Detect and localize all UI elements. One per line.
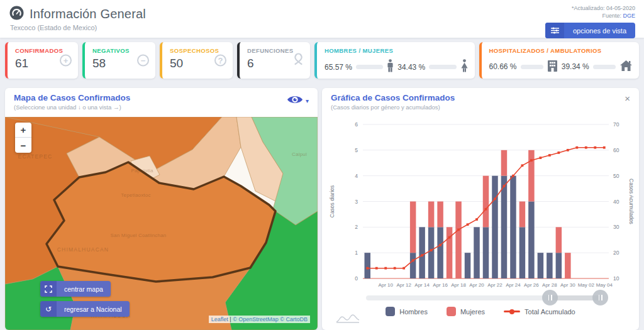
eye-icon [287, 94, 303, 107]
data-zoom-slider[interactable] [366, 295, 602, 300]
svg-text:Apr 30: Apr 30 [560, 282, 575, 288]
leaflet-link[interactable]: Leaflet [211, 316, 228, 322]
map-label: ECATEPEC [18, 153, 53, 160]
chart-subtitle: (Casos diarios por género y acumulados) [331, 104, 630, 111]
map-label: San Miguel Coatlinchan [111, 233, 167, 238]
page-title: Información General [30, 7, 146, 21]
osm-link[interactable]: © OpenStreetMap [233, 316, 279, 322]
map-label: Papalotla [131, 168, 153, 173]
slider-handle-right[interactable] [592, 290, 608, 305]
male-icon [387, 59, 394, 75]
map-label: Calpul [292, 151, 307, 157]
question-circle-icon: ? [214, 55, 226, 67]
card-sospechosos: SOSPECHOSOS 50 ? [160, 42, 233, 79]
hombres-pct: 65.57 % [325, 63, 352, 72]
updated-text: *Actualizado: 04-05-2020 [545, 4, 635, 12]
svg-text:Apr 16: Apr 16 [433, 282, 448, 288]
map-subtitle: (Seleccione una unidad ↓ o una vista →) [14, 104, 309, 111]
line-swatch [504, 311, 520, 312]
map-zoom-control: + − [15, 123, 31, 153]
center-map-button[interactable]: centrar mapa [40, 281, 111, 297]
stat-cards-row: CONFIRMADOS 61 + NEGATIVOS 58 − SOSPECHO… [5, 42, 639, 79]
legend-total-acumulado[interactable]: Total Acumulado [504, 308, 575, 316]
svg-text:Apr 24: Apr 24 [506, 282, 521, 288]
y-axis-right-title: Casos Acumulados [628, 179, 635, 224]
map-body: ECATEPECPapalotlaTepetlaoxtocSan Miguel … [5, 117, 318, 330]
carto-link[interactable]: © CartoDB [279, 316, 308, 322]
svg-text:4: 4 [355, 173, 358, 179]
svg-text:Apr 14: Apr 14 [414, 282, 430, 288]
chart-legend: Hombres Mujeres Total Acumulado [322, 307, 639, 316]
view-options-button[interactable]: opciones de vista [545, 23, 635, 38]
map-title: Mapa de Casos Confirmados [14, 93, 309, 102]
ambulatorios-bar [593, 65, 616, 69]
card-negativos: NEGATIVOS 58 − [82, 42, 155, 79]
svg-text:0: 0 [355, 275, 358, 282]
app-header: Información General Texcoco (Estado de M… [0, 0, 644, 38]
svg-text:May 02: May 02 [578, 282, 595, 288]
legend-mujeres[interactable]: Mujeres [447, 307, 485, 316]
card-hospitalizados-ambulatorios: HOSPITALIZADOS / AMBULATORIOS 60.66 % [479, 42, 640, 79]
svg-text:Apr 10: Apr 10 [378, 282, 393, 288]
hospitalizados-pct: 60.66 % [489, 62, 517, 71]
svg-text:6: 6 [355, 121, 358, 128]
choropleth-map[interactable]: ECATEPECPapalotlaTepetlaoxtocSan Miguel … [5, 117, 318, 330]
x-axis-labels: Apr 10Apr 12Apr 14Apr 16Apr 18Apr 20Apr … [378, 282, 613, 288]
map-label: CHIMALHUACAN [57, 246, 109, 253]
ambulatorios-pct: 39.34 % [562, 62, 589, 71]
undo-icon: ↺ [40, 301, 57, 317]
svg-text:Apr 28: Apr 28 [542, 282, 557, 288]
svg-text:Apr 26: Apr 26 [524, 282, 539, 288]
female-icon [460, 59, 469, 75]
center-icon [40, 281, 57, 297]
source-link[interactable]: DGE [623, 13, 635, 19]
svg-text:50: 50 [613, 173, 619, 179]
plus-circle-icon: + [60, 55, 72, 67]
mujeres-bar [429, 65, 456, 69]
page-subtitle: Texcoco (Estado de Mexico) [10, 24, 146, 31]
y-axis-left-title: Casos diarios [329, 185, 335, 218]
map-panel: Mapa de Casos Confirmados (Seleccione un… [5, 88, 318, 330]
svg-text:Apr 20: Apr 20 [469, 282, 484, 288]
cases-chart: 010120230340450560670Casos diariosCasos … [323, 116, 638, 295]
chevron-down-icon: ▾ [306, 97, 309, 104]
card-hombres-mujeres: HOMBRES / MUJERES 65.57 % 34.43 % [314, 42, 475, 79]
svg-text:10: 10 [613, 275, 619, 282]
card-confirmados: CONFIRMADOS 61 + [5, 42, 78, 79]
svg-text:40: 40 [613, 199, 619, 205]
chart-panel: Gráfica de Casos Confirmados (Casos diar… [322, 88, 639, 330]
hombres-bar [356, 65, 383, 69]
ribbon-icon [293, 53, 304, 68]
slider-handle-left[interactable] [542, 290, 558, 305]
svg-text:60: 60 [613, 147, 619, 153]
hospitalizados-bar [521, 65, 543, 69]
svg-text:3: 3 [355, 199, 358, 205]
svg-text:Apr 22: Apr 22 [487, 282, 502, 288]
sliders-icon [545, 23, 564, 38]
sparkline-icon [336, 313, 360, 326]
svg-text:30: 30 [613, 224, 619, 230]
svg-text:May 04: May 04 [596, 282, 613, 288]
svg-text:1: 1 [355, 250, 358, 256]
covid-dashboard: Información General Texcoco (Estado de M… [0, 0, 644, 330]
zoom-in-button[interactable]: + [15, 123, 31, 138]
close-icon[interactable]: × [625, 93, 630, 104]
home-icon [619, 60, 633, 74]
mujeres-pct: 34.43 % [397, 63, 425, 72]
chart-title: Gráfica de Casos Confirmados [331, 93, 630, 102]
gauge-icon [9, 5, 25, 23]
legend-hombres[interactable]: Hombres [386, 307, 428, 316]
back-to-national-button[interactable]: ↺ regresar a Nacional [40, 301, 130, 317]
map-view-toggle[interactable]: ▾ [287, 94, 309, 107]
map-attribution: Leaflet | © OpenStreetMap © CartoDB [209, 316, 310, 323]
map-panel-header: Mapa de Casos Confirmados (Seleccione un… [5, 88, 318, 117]
source-text: Fuente: DGE [545, 12, 635, 19]
zoom-out-button[interactable]: − [15, 138, 31, 153]
svg-text:2: 2 [355, 224, 358, 230]
svg-text:70: 70 [613, 121, 619, 128]
svg-text:5: 5 [355, 147, 358, 153]
minus-circle-icon: − [137, 55, 149, 67]
svg-text:Apr 18: Apr 18 [451, 282, 466, 288]
chart-panel-header: Gráfica de Casos Confirmados (Casos diar… [322, 88, 639, 117]
card-defunciones: DEFUNCIONES 6 [237, 42, 310, 79]
